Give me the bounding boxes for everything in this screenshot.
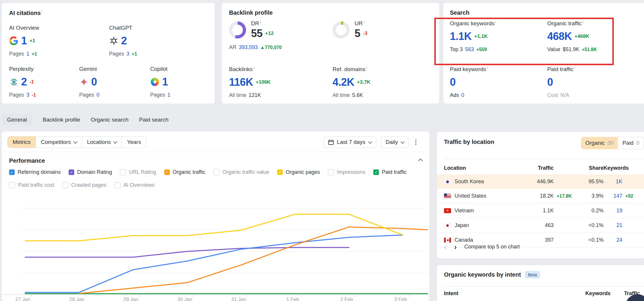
checkbox-referring-domains[interactable]: ✓Referring domains — [9, 169, 61, 175]
pages-value[interactable]: 3 — [126, 51, 129, 57]
ahrefs-rank-link[interactable]: 393,593 — [239, 44, 258, 51]
calendar-icon — [328, 139, 334, 145]
info-icon[interactable]: i — [260, 20, 261, 24]
checkbox-impressions[interactable]: Impressions — [328, 169, 365, 175]
more-options-button[interactable] — [413, 138, 418, 147]
backlinks-delta: +106K — [256, 79, 271, 85]
info-icon[interactable]: i — [487, 66, 488, 70]
keywords-link[interactable]: 1K — [604, 179, 622, 185]
chevron-down-icon — [113, 140, 117, 144]
info-icon[interactable]: i — [366, 66, 367, 70]
segment-competitors[interactable]: Competitors — [35, 137, 82, 148]
location-cell[interactable]: South Korea — [444, 179, 523, 185]
checkbox-box-icon — [114, 182, 121, 188]
checkbox-organic-traffic-value[interactable]: Organic traffic value — [213, 169, 269, 175]
checkbox-crawled-pages[interactable]: Crawled pages — [62, 182, 106, 188]
prev-page-icon[interactable]: ‹ — [444, 244, 447, 250]
location-cell[interactable]: Canada — [444, 237, 523, 243]
divider — [444, 159, 644, 159]
x-axis-label: 3 Feb — [394, 297, 407, 301]
info-icon[interactable]: i — [495, 20, 496, 24]
checkbox-paid-traffic-cost[interactable]: Paid traffic cost — [9, 182, 54, 188]
backlinks-value[interactable]: 116K — [229, 76, 253, 88]
share-cell: <0.1% — [578, 222, 604, 228]
pages-value[interactable]: 0 — [96, 92, 99, 98]
keywords-link[interactable]: 147 — [604, 193, 622, 199]
metric-value[interactable]: 1 — [21, 35, 27, 47]
checkbox-box-icon — [9, 182, 15, 188]
checkbox-label: Organic traffic — [173, 169, 206, 175]
segment-locations[interactable]: Locations — [82, 137, 122, 148]
tab-organic-search[interactable]: Organic search — [91, 117, 128, 123]
metric-label: Perplexity — [9, 66, 36, 72]
checkbox-label: Domain Rating — [77, 169, 112, 175]
checkbox-domain-rating[interactable]: ✓Domain Rating — [69, 169, 112, 175]
segment-label: Years — [127, 139, 141, 145]
checkbox-organic-traffic[interactable]: ✓Organic traffic — [164, 169, 206, 175]
traffic-by-location-panel: Traffic by location Organic30 Paid0 Loca… — [437, 132, 644, 258]
ai-citations-title: AI citationsi — [9, 9, 42, 16]
granularity-button[interactable]: Daily — [381, 136, 409, 148]
table-row-south-korea: South Korea446.9K95.5%1K — [437, 174, 644, 189]
tab-paid-search[interactable]: Paid search — [139, 117, 168, 123]
copilot-icon — [150, 77, 160, 87]
collapse-chevron-icon[interactable] — [418, 159, 423, 163]
toggle-paid[interactable]: Paid0 — [618, 137, 644, 149]
metric-value[interactable]: 2 — [21, 76, 27, 88]
table-row-vietnam: ★Vietnam1.1K0.2%19 — [437, 204, 644, 218]
segment-metrics[interactable]: Metrics — [8, 137, 35, 148]
paid-keywords-label: Paid keywordsi — [450, 66, 488, 73]
series-line-organic-traffic — [79, 227, 428, 293]
next-page-icon[interactable]: › — [454, 244, 457, 250]
checkbox-paid-traffic[interactable]: ✓Paid traffic — [373, 169, 407, 175]
organic-traffic-value[interactable]: 468K — [547, 30, 572, 43]
info-icon[interactable]: i — [42, 9, 43, 14]
vn-flag-icon: ★ — [444, 208, 451, 213]
segment-label: Competitors — [41, 139, 71, 145]
location-cell[interactable]: Japan — [444, 222, 523, 228]
metric-value-row: 2-1 — [9, 76, 36, 88]
tab-backlink-profile[interactable]: Backlink profile — [43, 117, 80, 123]
metric-value[interactable]: 2 — [121, 35, 127, 47]
info-icon[interactable]: i — [574, 66, 575, 70]
toggle-organic[interactable]: Organic30 — [581, 137, 618, 149]
keywords-link[interactable]: 19 — [604, 208, 622, 214]
checkbox-ai-overviews[interactable]: AI Overviews — [114, 182, 155, 188]
pages-label: Pages — [109, 51, 124, 57]
pages-row: Pages0 — [79, 92, 99, 98]
tab-general[interactable]: General — [2, 114, 32, 125]
segment-years[interactable]: Years — [122, 137, 146, 148]
compare-top5-control[interactable]: Compare top 5 on chart — [464, 244, 520, 250]
keywords-link[interactable]: 24 — [604, 237, 622, 243]
organic-keywords-value[interactable]: 1.1K — [450, 30, 472, 43]
x-axis-label: 2 Feb — [340, 297, 353, 301]
ads-row: Ads0 — [450, 92, 488, 98]
performance-panel: MetricsCompetitorsLocationsYears Last 7 … — [2, 132, 429, 301]
pages-value[interactable]: 1 — [26, 51, 29, 57]
ref-domains-value[interactable]: 4.2K — [333, 76, 354, 88]
paid-traffic-value[interactable]: 0 — [547, 76, 553, 88]
performance-line-chart[interactable]: 27 Jan28 Jan29 Jan30 Jan31 Jan1 Feb2 Feb… — [2, 197, 429, 301]
organic-traffic-label: Organic traffici — [547, 20, 597, 27]
paid-keywords-value[interactable]: 0 — [450, 76, 456, 88]
metric-value[interactable]: 0 — [91, 76, 97, 88]
info-icon[interactable]: i — [583, 20, 584, 24]
ahrefs-rank-row: AR393,593▲770,070 — [229, 44, 282, 51]
info-icon[interactable]: i — [253, 66, 254, 70]
location-cell[interactable]: ★Vietnam — [444, 208, 523, 214]
traffic-cell: 18.2K — [523, 193, 554, 199]
top3-link[interactable]: 563 — [465, 46, 474, 53]
checkbox-organic-pages[interactable]: ✓Organic pages — [277, 169, 320, 175]
pages-value[interactable]: 1 — [167, 92, 170, 98]
pages-delta: +1 — [32, 51, 37, 57]
perplexity-icon — [9, 77, 18, 87]
metric-value[interactable]: 1 — [162, 76, 168, 88]
keywords-link[interactable]: 21 — [604, 222, 622, 228]
location-cell[interactable]: United States — [444, 193, 523, 199]
kr-flag-icon — [444, 179, 451, 184]
checkbox-url-rating[interactable]: URL Rating — [120, 169, 156, 175]
info-icon[interactable]: i — [363, 20, 364, 24]
pages-value[interactable]: 3 — [26, 92, 29, 98]
ads-link[interactable]: 0 — [461, 92, 464, 98]
date-range-button[interactable]: Last 7 days — [323, 136, 376, 148]
